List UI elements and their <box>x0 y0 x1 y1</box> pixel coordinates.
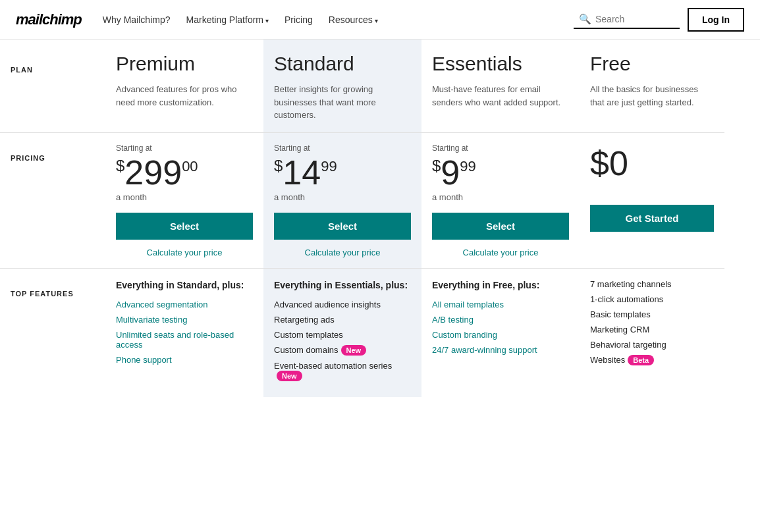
essentials-pricing: Starting at $ 9 99 a month Select Calcul… <box>421 133 580 268</box>
premium-name: Premium <box>116 53 253 75</box>
event-automation-new-badge: New <box>277 371 302 381</box>
standard-features: Everything in Essentials, plus: Advanced… <box>263 269 421 398</box>
free-feature-5[interactable]: WebsitesBeta <box>590 355 714 365</box>
essentials-price-period: a month <box>432 192 569 202</box>
essentials-price-display: $ 9 99 <box>432 155 569 190</box>
standard-price-cents: 99 <box>321 159 337 174</box>
free-pricing: $0 Get Started <box>580 133 724 268</box>
premium-price-period: a month <box>116 192 253 202</box>
standard-desc: Better insights for growing businesses t… <box>274 83 411 122</box>
search-icon: 🔍 <box>579 13 591 25</box>
premium-feature-0[interactable]: Advanced segmentation <box>116 300 253 309</box>
search-box[interactable]: 🔍 <box>574 11 680 29</box>
essentials-feature-0[interactable]: All email templates <box>432 300 569 309</box>
premium-features-intro: Everything in Standard, plus: <box>116 279 253 292</box>
pricing-table: PLAN Premium Advanced features for pros … <box>0 40 760 397</box>
essentials-header: Essentials Must-have features for email … <box>421 40 580 132</box>
nav-pricing[interactable]: Pricing <box>285 14 313 25</box>
premium-desc: Advanced features for pros who need more… <box>116 83 253 109</box>
free-feature-0[interactable]: 7 marketing channels <box>590 279 714 289</box>
logo: mailchimp <box>16 11 82 28</box>
free-desc: All the basics for businesses that are j… <box>590 83 714 109</box>
websites-beta-badge: Beta <box>628 355 654 365</box>
premium-price-main: 299 <box>124 155 182 190</box>
free-price-display: $0 <box>590 144 714 183</box>
essentials-calc-link[interactable]: Calculate your price <box>432 248 569 257</box>
free-feature-3[interactable]: Marketing CRM <box>590 325 714 334</box>
nav-marketing-platform[interactable]: Marketing Platform▾ <box>186 14 269 25</box>
essentials-desc: Must-have features for email senders who… <box>432 83 569 109</box>
standard-pricing: Starting at $ 14 99 a month Select Calcu… <box>263 133 421 268</box>
free-header: Free All the basics for businesses that … <box>580 40 724 132</box>
standard-features-intro: Everything in Essentials, plus: <box>274 279 411 292</box>
premium-feature-2[interactable]: Unlimited seats and role-based access <box>116 330 253 350</box>
premium-starting-at: Starting at <box>116 144 253 153</box>
free-feature-2[interactable]: Basic templates <box>590 309 714 319</box>
standard-name: Standard <box>274 53 411 75</box>
standard-header: Standard Better insights for growing bus… <box>263 40 421 132</box>
custom-domains-new-badge: New <box>341 345 367 356</box>
essentials-price-main: 9 <box>441 155 460 190</box>
free-feature-4[interactable]: Behavioral targeting <box>590 340 714 350</box>
premium-feature-3[interactable]: Phone support <box>116 355 253 365</box>
premium-calc-link[interactable]: Calculate your price <box>116 248 253 257</box>
nav-why-mailchimp[interactable]: Why Mailchimp? <box>103 14 171 25</box>
essentials-feature-3[interactable]: 24/7 award-winning support <box>432 345 569 355</box>
free-name: Free <box>590 53 714 75</box>
plan-row-label: PLAN <box>0 40 105 132</box>
essentials-features-intro: Everything in Free, plus: <box>432 279 569 292</box>
premium-header: Premium Advanced features for pros who n… <box>105 40 263 132</box>
standard-feature-0[interactable]: Advanced audience insights <box>274 300 411 309</box>
premium-price-cents: 00 <box>182 159 198 174</box>
premium-features: Everything in Standard, plus: Advanced s… <box>105 269 263 398</box>
nav-right: 🔍 Log In <box>574 8 744 32</box>
navigation: mailchimp Why Mailchimp? Marketing Platf… <box>0 0 760 40</box>
essentials-name: Essentials <box>432 53 569 75</box>
nav-links: Why Mailchimp? Marketing Platform▾ Prici… <box>103 14 574 25</box>
premium-dollar: $ <box>116 158 124 174</box>
standard-feature-2[interactable]: Custom templates <box>274 330 411 340</box>
pricing-section-label: PRICING <box>11 144 95 162</box>
standard-starting-at: Starting at <box>274 144 411 153</box>
login-button[interactable]: Log In <box>688 8 744 32</box>
essentials-features: Everything in Free, plus: All email temp… <box>421 269 580 398</box>
nav-resources[interactable]: Resources▾ <box>329 14 378 25</box>
free-get-started-button[interactable]: Get Started <box>590 205 714 232</box>
standard-dollar: $ <box>274 158 283 174</box>
premium-pricing: Starting at $ 299 00 a month Select Calc… <box>105 133 263 268</box>
essentials-starting-at: Starting at <box>432 144 569 153</box>
essentials-feature-2[interactable]: Custom branding <box>432 330 569 340</box>
standard-select-button[interactable]: Select <box>274 213 411 240</box>
essentials-dollar: $ <box>432 158 441 174</box>
premium-price-display: $ 299 00 <box>116 155 253 190</box>
standard-price-display: $ 14 99 <box>274 155 411 190</box>
standard-feature-4[interactable]: Event-based automation seriesNew <box>274 361 411 381</box>
pricing-container: PLAN Premium Advanced features for pros … <box>0 40 760 397</box>
features-row-label: TOP FEATURES <box>0 269 105 398</box>
standard-feature-3[interactable]: Custom domainsNew <box>274 345 411 356</box>
standard-price-main: 14 <box>283 155 321 190</box>
pricing-row-label: PRICING <box>0 133 105 268</box>
search-input[interactable] <box>595 14 674 24</box>
standard-calc-link[interactable]: Calculate your price <box>274 248 411 257</box>
free-feature-1[interactable]: 1-click automations <box>590 294 714 304</box>
features-section-label: TOP FEATURES <box>11 279 95 298</box>
premium-select-button[interactable]: Select <box>116 213 253 240</box>
essentials-price-cents: 99 <box>460 159 475 174</box>
free-features: 7 marketing channels 1-click automations… <box>580 269 724 398</box>
essentials-select-button[interactable]: Select <box>432 213 569 240</box>
premium-feature-1[interactable]: Multivariate testing <box>116 315 253 325</box>
plan-section-label: PLAN <box>11 53 95 84</box>
essentials-feature-1[interactable]: A/B testing <box>432 315 569 325</box>
standard-price-period: a month <box>274 192 411 202</box>
standard-feature-1[interactable]: Retargeting ads <box>274 315 411 325</box>
